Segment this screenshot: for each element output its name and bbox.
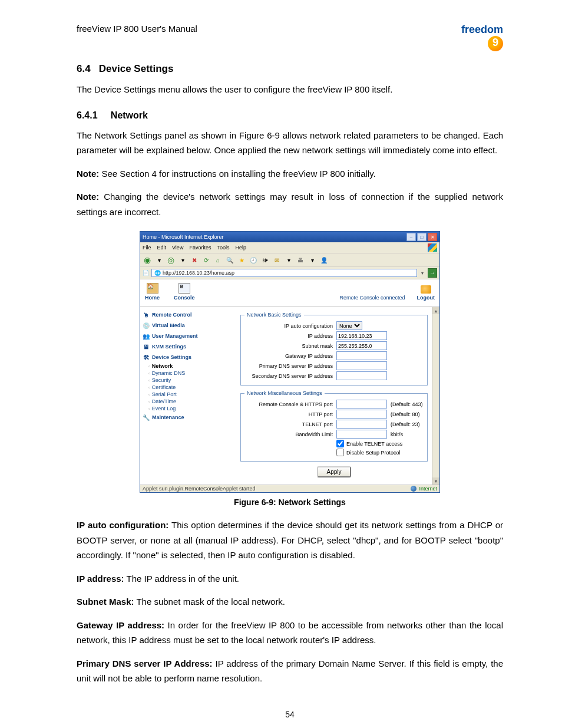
page-icon: 🌐: [154, 270, 161, 276]
history-button[interactable]: 🕘: [249, 255, 258, 265]
input-primary-dns[interactable]: [336, 361, 387, 370]
menu-view[interactable]: View: [172, 245, 183, 251]
input-https-port[interactable]: [336, 400, 387, 409]
input-bandwidth[interactable]: [336, 430, 387, 439]
group-misc: Network Miscellaneous Settings Remote Co…: [240, 390, 428, 462]
def-subnet-text: The subnet mask of the local network.: [134, 597, 286, 607]
address-label: 📄: [143, 270, 149, 276]
address-url-text: http://192.168.10.23/home.asp: [163, 270, 234, 276]
home-button[interactable]: ⌂: [213, 255, 223, 265]
sidebar-item-kvm-settings[interactable]: 🖥KVM Settings: [140, 341, 205, 352]
row-primary-dns: Primary DNS server IP address: [244, 361, 424, 370]
maximize-button[interactable]: □: [417, 233, 427, 241]
def-ip-addr-text: The IP address in of the unit.: [124, 574, 239, 584]
menu-help[interactable]: Help: [235, 245, 246, 251]
sidebar-item-maintenance[interactable]: 🔧Maintenance: [140, 412, 205, 423]
ie-throbber-icon: [428, 243, 437, 252]
maintenance-icon: 🔧: [143, 414, 150, 421]
ie-window: Home - Microsoft Internet Explorer – □ ✕…: [140, 231, 440, 493]
nav-logout-label: Logout: [417, 295, 435, 301]
forward-button[interactable]: ◎: [166, 255, 176, 265]
input-http-port[interactable]: [336, 410, 387, 419]
stop-button[interactable]: ✖: [190, 255, 199, 265]
page: freeView IP 800 User's Manual freedom 6.…: [0, 0, 562, 728]
row-bandwidth: Bandwidth Limit kbit/s: [244, 430, 424, 439]
nav-logout[interactable]: Logout: [417, 285, 435, 301]
label-bandwidth: Bandwidth Limit: [244, 431, 333, 437]
input-gateway[interactable]: [336, 351, 387, 360]
label-https-port: Remote Console & HTTPS port: [244, 401, 333, 407]
input-subnet[interactable]: [336, 341, 387, 350]
back-button[interactable]: ◉: [143, 255, 152, 265]
ie-addressbar: 📄 🌐 http://192.168.10.23/home.asp ▾ →: [140, 267, 439, 279]
minimize-button[interactable]: –: [406, 233, 416, 241]
subsection-heading: 6.4.1 Network: [77, 110, 503, 121]
edit-button[interactable]: ▾: [308, 255, 317, 265]
input-secondary-dns[interactable]: [336, 371, 387, 380]
search-button[interactable]: 🔍: [225, 255, 234, 265]
def-subnet: Subnet Mask: The subnet mask of the loca…: [77, 594, 503, 610]
sidebar-sub-security[interactable]: Security: [140, 377, 205, 384]
sidebar-sub-certificate[interactable]: Certificate: [140, 384, 205, 391]
go-button[interactable]: →: [428, 268, 437, 278]
status-left-text: Applet sun.plugin.RemoteConsoleApplet st…: [143, 486, 256, 492]
label-disable-setup: Disable Setup Protocol: [346, 450, 401, 456]
content-scrollbar[interactable]: ▲ ▼: [432, 307, 439, 485]
row-https-port: Remote Console & HTTPS port (Default: 44…: [244, 400, 424, 409]
row-telnet-port: TELNET port (Default: 23): [244, 420, 424, 429]
media-button[interactable]: 🕪: [260, 255, 270, 265]
address-input[interactable]: 🌐 http://192.168.10.23/home.asp: [151, 269, 417, 277]
input-ip-addr[interactable]: [336, 331, 387, 340]
label-ip-auto: IP auto configuration: [244, 323, 333, 329]
def-gateway: Gateway IP address: In order for the fre…: [77, 618, 503, 648]
note-1: Note: See Section 4 for instructions on …: [77, 166, 503, 182]
back-dropdown-icon[interactable]: ▾: [154, 255, 164, 265]
refresh-button[interactable]: ⟳: [201, 255, 211, 265]
input-telnet-port[interactable]: [336, 420, 387, 429]
section-heading: 6.4 Device Settings: [77, 63, 503, 75]
nav-console[interactable]: 🖥 Console: [174, 283, 195, 301]
menu-tools[interactable]: Tools: [217, 245, 229, 251]
close-button[interactable]: ✕: [428, 233, 437, 241]
sidebar-sub-event-log[interactable]: Event Log: [140, 405, 205, 412]
forward-dropdown-icon[interactable]: ▾: [178, 255, 187, 265]
subsection-number: 6.4.1: [77, 110, 98, 120]
messenger-icon[interactable]: 👤: [319, 255, 329, 265]
favorites-button[interactable]: ★: [237, 255, 246, 265]
mail-dropdown-icon[interactable]: ▾: [284, 255, 293, 265]
sidebar-sub-date-time[interactable]: Date/Time: [140, 398, 205, 405]
sidebar-item-device-settings[interactable]: 🛠Device Settings: [140, 352, 205, 363]
sidebar-sub-network[interactable]: Network: [140, 363, 205, 370]
sidebar-item-virtual-media[interactable]: 💿Virtual Media: [140, 320, 205, 331]
sidebar-item-user-management[interactable]: 👥User Management: [140, 331, 205, 341]
def-ip-auto-label: IP auto configuration:: [77, 520, 168, 530]
select-ip-auto[interactable]: None: [336, 321, 362, 330]
note-2: Note: Changing the device's network sett…: [77, 189, 503, 219]
app-header-right: Remote Console connected Logout: [339, 285, 435, 301]
note-2-text: Changing the device's network settings m…: [77, 192, 503, 217]
row-disable-setup: Disable Setup Protocol: [336, 449, 424, 456]
sidebar-item-remote-control[interactable]: 🖱Remote Control: [140, 309, 205, 320]
label-secondary-dns: Secondary DNS server IP address: [244, 373, 333, 379]
scroll-up-icon[interactable]: ▲: [432, 307, 439, 314]
checkbox-disable-setup[interactable]: [336, 449, 344, 456]
label-gateway: Gateway IP address: [244, 353, 333, 359]
device-settings-icon: 🛠: [143, 354, 150, 361]
mail-button[interactable]: ✉: [272, 255, 282, 265]
print-button[interactable]: 🖶: [296, 255, 305, 265]
sidebar-sub-dynamic-dns[interactable]: Dynamic DNS: [140, 370, 205, 377]
menu-favorites[interactable]: Favorites: [189, 245, 211, 251]
apply-button[interactable]: Apply: [317, 466, 351, 477]
label-ip-addr: IP address: [244, 333, 333, 339]
sidebar-sub-serial-port[interactable]: Serial Port: [140, 391, 205, 398]
menu-edit[interactable]: Edit: [157, 245, 167, 251]
address-dropdown-icon[interactable]: ▾: [419, 271, 425, 276]
suffix-https-port: (Default: 443): [391, 401, 423, 407]
menu-file[interactable]: File: [143, 245, 151, 251]
window-controls: – □ ✕: [406, 233, 437, 241]
intro-paragraph: The Device Settings menu allows the user…: [77, 82, 503, 97]
group-basic-legend: Network Basic Settings: [244, 312, 304, 318]
scroll-down-icon[interactable]: ▼: [432, 477, 439, 485]
nav-home[interactable]: 🏠 Home: [145, 283, 160, 301]
checkbox-enable-telnet[interactable]: [336, 440, 344, 447]
